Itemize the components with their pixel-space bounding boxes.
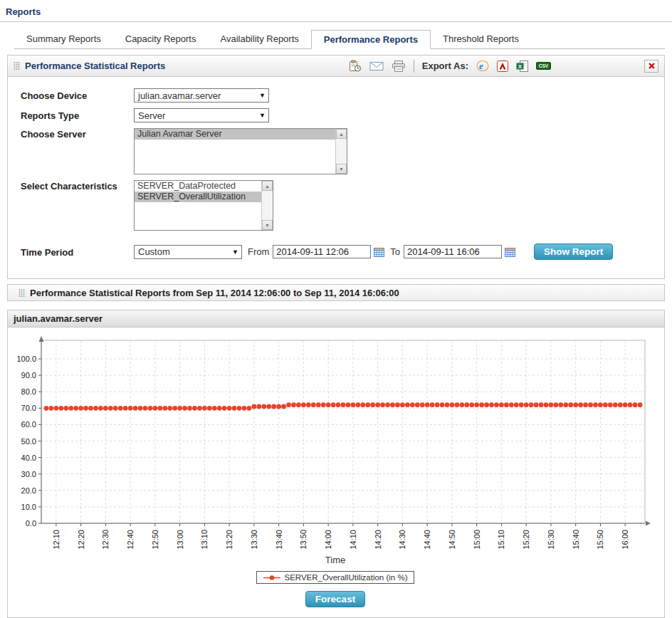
export-excel-button[interactable]: X — [516, 61, 528, 72]
choose-device-label: Choose Device — [21, 90, 134, 101]
data-point — [177, 406, 182, 411]
forecast-button[interactable]: Forecast — [305, 591, 365, 607]
data-point — [425, 402, 430, 407]
y-tick-label: 100.0 — [16, 355, 36, 363]
data-point — [311, 402, 316, 407]
scroll-down-icon[interactable]: ▼ — [336, 164, 347, 174]
data-point — [504, 402, 509, 407]
listbox-option[interactable]: Julian Avamar Server — [135, 129, 335, 140]
data-point — [598, 402, 603, 407]
drag-handle-icon[interactable] — [19, 288, 25, 298]
from-calendar-button[interactable] — [374, 247, 384, 257]
data-point — [58, 406, 63, 411]
data-point — [182, 406, 187, 411]
data-point — [608, 402, 613, 407]
tab-performance-reports[interactable]: Performance Reports — [311, 30, 431, 49]
time-period-value: Custom — [138, 246, 170, 257]
close-panel-button[interactable] — [644, 60, 658, 73]
chart-panel: julian.avamar.server 12:1012:2012:3012:4… — [7, 310, 665, 618]
data-point — [355, 402, 360, 407]
export-csv-button[interactable]: CSV — [536, 61, 551, 71]
data-point — [351, 402, 356, 407]
choose-server-listbox[interactable]: Julian Avamar Server ▲ ▼ — [134, 128, 347, 174]
data-point — [256, 404, 261, 409]
listbox-option[interactable]: SERVER_DataProtected — [135, 181, 261, 192]
y-tick-label: 40.0 — [21, 454, 36, 462]
data-point — [162, 406, 167, 411]
schedule-report-button[interactable] — [348, 60, 362, 72]
data-point — [152, 406, 157, 411]
chart-legend: SERVER_OverallUtilization (in %) — [256, 571, 415, 584]
scroll-up-icon[interactable]: ▲ — [336, 129, 347, 139]
data-point — [395, 402, 400, 407]
data-point — [494, 402, 499, 407]
data-point — [405, 402, 410, 407]
tab-availability-reports[interactable]: Availability Reports — [208, 30, 310, 49]
tab-capacity-reports[interactable]: Capacity Reports — [113, 30, 209, 49]
export-excel-icon: X — [516, 61, 528, 72]
scroll-up-icon[interactable]: ▲ — [262, 181, 273, 191]
x-tick-label: 14:20 — [374, 530, 382, 550]
to-date-input[interactable] — [404, 245, 502, 258]
y-tick-label: 50.0 — [21, 437, 36, 446]
data-point — [360, 402, 365, 407]
data-point — [103, 406, 108, 411]
y-tick-label: 0.0 — [26, 519, 36, 528]
performance-chart: 12:1012:2012:3012:4012:5013:0013:1013:20… — [9, 333, 657, 555]
choose-server-label: Choose Server — [21, 128, 134, 140]
listbox-option[interactable]: SERVER_OverallUtilization — [135, 192, 261, 202]
calendar-icon — [505, 247, 515, 257]
x-tick-label: 14:10 — [349, 530, 357, 550]
y-axis-arrow-icon — [39, 336, 44, 342]
data-point — [509, 402, 514, 407]
scrollbar[interactable]: ▲ ▼ — [335, 129, 347, 174]
x-tick-label: 13:10 — [200, 530, 209, 550]
to-calendar-button[interactable] — [505, 247, 515, 257]
data-point — [68, 406, 73, 411]
tab-summary-reports[interactable]: Summary Reports — [14, 30, 113, 49]
email-button[interactable] — [369, 61, 384, 71]
y-tick-label: 60.0 — [21, 420, 36, 429]
tab-threshold-reports[interactable]: Threshold Reports — [431, 30, 531, 49]
choose-device-select[interactable]: julian.avamar.server ▼ — [134, 88, 269, 103]
x-tick-label: 12:30 — [101, 530, 110, 550]
export-pdf-button[interactable] — [497, 61, 508, 72]
panel-title: Performance Statistical Reports — [25, 61, 165, 71]
data-point — [128, 406, 133, 411]
chart-panel-header: julian.avamar.server — [8, 310, 664, 328]
data-point — [544, 402, 549, 407]
from-date-input[interactable] — [273, 245, 371, 258]
show-report-button[interactable]: Show Report — [534, 243, 613, 260]
time-period-select[interactable]: Custom ▼ — [134, 245, 242, 259]
data-point — [157, 406, 162, 411]
print-button[interactable] — [392, 61, 406, 72]
y-tick-label: 80.0 — [21, 387, 36, 396]
data-point — [207, 406, 212, 411]
data-point — [286, 402, 291, 407]
data-point — [514, 402, 519, 407]
x-tick-label: 13:30 — [250, 530, 258, 550]
reports-page: Reports Summary ReportsCapacity ReportsA… — [0, 0, 672, 618]
x-axis-title: Time — [9, 555, 661, 565]
reports-type-select[interactable]: Server ▼ — [134, 108, 269, 122]
x-tick-label: 13:00 — [176, 530, 184, 550]
data-point — [271, 404, 276, 409]
performance-form: Choose Device julian.avamar.server ▼ Rep… — [8, 77, 664, 278]
x-tick-label: 15:30 — [547, 530, 555, 550]
toolbar-divider — [414, 60, 414, 73]
export-html-button[interactable]: e — [476, 60, 489, 72]
select-characteristics-listbox[interactable]: SERVER_DataProtectedSERVER_OverallUtiliz… — [134, 180, 273, 231]
data-point — [370, 402, 375, 407]
data-point — [276, 404, 281, 409]
scrollbar[interactable]: ▲ ▼ — [261, 181, 273, 230]
scroll-down-icon[interactable]: ▼ — [262, 220, 273, 230]
x-tick-label: 12:10 — [52, 530, 61, 550]
y-tick-label: 10.0 — [21, 503, 36, 511]
drag-handle-icon[interactable] — [14, 61, 20, 70]
x-tick-label: 14:30 — [398, 530, 406, 550]
x-tick-label: 14:00 — [324, 530, 332, 550]
performance-panel: Performance Statistical Reports — [7, 55, 665, 279]
select-characteristics-label: Select Characteristics — [21, 180, 134, 192]
export-csv-icon: CSV — [536, 61, 551, 71]
chevron-down-icon: ▼ — [232, 248, 238, 256]
